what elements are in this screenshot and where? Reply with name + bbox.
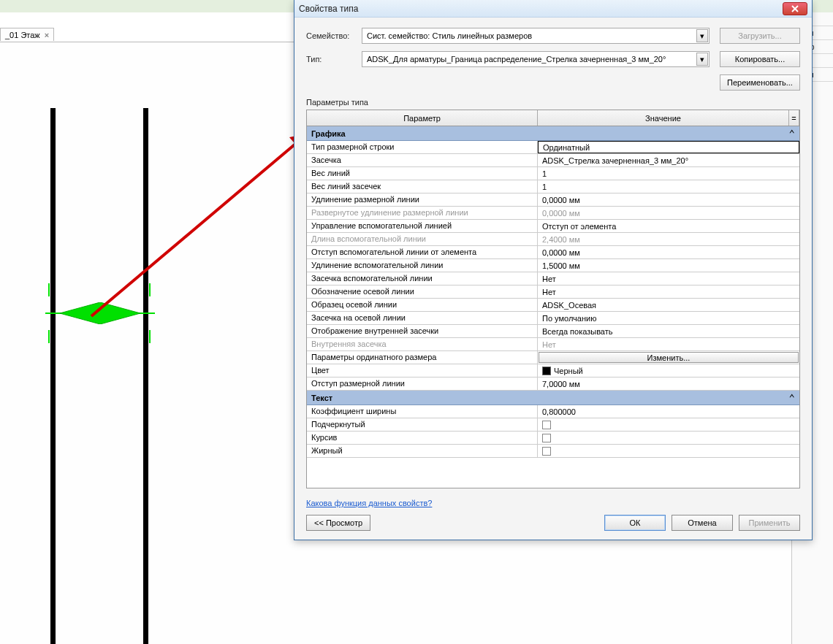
help-link[interactable]: Какова функция данных свойств? xyxy=(306,499,800,507)
param-row[interactable]: ЗасечкаADSK_Стрелка зачерненная_3 мм_20° xyxy=(307,154,799,167)
close-button[interactable] xyxy=(783,2,807,15)
param-name: Засечка xyxy=(307,154,538,166)
family-combo[interactable]: Сист. семейство: Стиль линейных размеров… xyxy=(362,28,710,44)
color-swatch xyxy=(542,367,551,375)
rename-button[interactable]: Переименовать... xyxy=(720,74,800,91)
param-row[interactable]: Длина вспомогательной линии2,4000 мм xyxy=(307,233,799,246)
param-value[interactable]: Ординатный xyxy=(538,141,799,153)
parameters-grid: Параметр Значение = Графика⌃Тип размерно… xyxy=(306,110,800,488)
param-row[interactable]: Цвет Черный xyxy=(307,364,799,377)
chevron-down-icon[interactable]: ▾ xyxy=(696,53,708,66)
param-row[interactable]: Удлинение вспомогательной линии1,5000 мм xyxy=(307,259,799,272)
param-name: Коэффициент ширины xyxy=(307,405,538,418)
header-value[interactable]: Значение xyxy=(538,110,789,126)
preview-button[interactable]: << Просмотр xyxy=(306,515,370,531)
param-value[interactable]: Изменить... xyxy=(538,351,799,364)
param-value[interactable]: 1 xyxy=(538,180,799,193)
group-header[interactable]: Графика⌃ xyxy=(307,126,799,141)
param-value[interactable]: ADSK_Осевая xyxy=(538,299,799,311)
param-row[interactable]: Удлинение размерной линии0,0000 мм xyxy=(307,193,799,207)
param-row[interactable]: Подчеркнутый xyxy=(307,418,799,432)
param-value[interactable]: ADSK_Стрелка зачерненная_3 мм_20° xyxy=(538,154,799,166)
param-name: Образец осевой линии xyxy=(307,299,538,311)
title-bar[interactable]: Свойства типа xyxy=(294,0,812,18)
param-value[interactable]: По умолчанию xyxy=(538,312,799,324)
param-row[interactable]: Жирный xyxy=(307,445,799,458)
param-row[interactable]: Тип размерной строкиОрдинатный xyxy=(307,141,799,154)
param-value[interactable]: 7,0000 мм xyxy=(538,377,799,390)
param-value[interactable]: 1,5000 мм xyxy=(538,259,799,272)
header-param[interactable]: Параметр xyxy=(307,110,538,126)
param-row[interactable]: Отступ размерной линии7,0000 мм xyxy=(307,377,799,391)
param-name: Управление вспомогательной линией xyxy=(307,220,538,232)
chevron-down-icon[interactable]: ▾ xyxy=(696,29,708,42)
param-row[interactable]: Развернутое удлинение размерной линии0,0… xyxy=(307,207,799,220)
param-value[interactable]: 0,0000 мм xyxy=(538,193,799,206)
param-name: Цвет xyxy=(307,364,538,377)
type-label: Тип: xyxy=(306,55,357,64)
checkbox[interactable] xyxy=(542,434,551,442)
param-value[interactable]: 0,800000 xyxy=(538,405,799,418)
param-name: Подчеркнутый xyxy=(307,418,538,431)
param-value[interactable] xyxy=(538,418,799,431)
cancel-button[interactable]: Отмена xyxy=(672,515,733,531)
param-row[interactable]: Образец осевой линииADSK_Осевая xyxy=(307,299,799,312)
copy-button[interactable]: Копировать... xyxy=(720,51,800,67)
param-name: Удлинение вспомогательной линии xyxy=(307,259,538,272)
view-tab[interactable]: _01 Этаж × xyxy=(0,28,54,41)
annotation-arrow xyxy=(88,130,314,320)
param-name: Внутренняя засечка xyxy=(307,338,538,350)
param-value[interactable]: Нет xyxy=(538,338,799,350)
param-name: Курсив xyxy=(307,432,538,444)
apply-button[interactable]: Применить xyxy=(739,515,800,531)
param-row[interactable]: Курсив xyxy=(307,432,799,445)
param-name: Развернутое удлинение размерной линии xyxy=(307,207,538,219)
param-value[interactable]: 2,4000 мм xyxy=(538,233,799,245)
param-row[interactable]: Внутренняя засечкаНет xyxy=(307,338,799,351)
param-name: Тип размерной строки xyxy=(307,141,538,153)
param-name: Длина вспомогательной линии xyxy=(307,233,538,245)
param-name: Отступ размерной линии xyxy=(307,377,538,390)
group-header[interactable]: Текст⌃ xyxy=(307,391,799,405)
svg-line-1 xyxy=(91,137,303,316)
param-value[interactable] xyxy=(538,445,799,457)
param-row[interactable]: Обозначение осевой линииНет xyxy=(307,285,799,299)
param-row[interactable]: Отступ вспомогательной линии от элемента… xyxy=(307,246,799,259)
edit-button[interactable]: Изменить... xyxy=(539,352,799,363)
header-eq[interactable]: = xyxy=(789,110,799,126)
param-value[interactable]: 0,0000 мм xyxy=(538,207,799,219)
section-label: Параметры типа xyxy=(306,98,800,107)
view-tab-label: _01 Этаж xyxy=(5,31,40,39)
type-combo[interactable]: ADSK_Для арматуры_Граница распределение_… xyxy=(362,51,710,67)
param-row[interactable]: Засечка вспомогательной линииНет xyxy=(307,272,799,285)
param-name: Вес линий засечек xyxy=(307,180,538,193)
param-row[interactable]: Отображение внутренней засечкиВсегда пок… xyxy=(307,325,799,338)
collapse-icon[interactable]: ⌃ xyxy=(789,128,795,139)
param-row[interactable]: Управление вспомогательной линиейОтступ … xyxy=(307,220,799,233)
load-button: Загрузить... xyxy=(720,28,800,44)
param-value[interactable] xyxy=(538,432,799,444)
param-name: Жирный xyxy=(307,445,538,457)
param-row[interactable]: Вес линий1 xyxy=(307,167,799,180)
param-value[interactable]: Нет xyxy=(538,285,799,298)
checkbox[interactable] xyxy=(542,447,551,456)
collapse-icon[interactable]: ⌃ xyxy=(789,392,795,404)
param-value[interactable]: Отступ от элемента xyxy=(538,220,799,232)
param-value[interactable]: Нет xyxy=(538,272,799,285)
param-value[interactable]: Черный xyxy=(538,364,799,377)
param-row[interactable]: Вес линий засечек1 xyxy=(307,180,799,193)
family-label: Семейство: xyxy=(306,31,357,40)
param-row[interactable]: Коэффициент ширины0,800000 xyxy=(307,405,799,418)
param-row[interactable]: Параметры ординатного размераИзменить... xyxy=(307,351,799,364)
checkbox[interactable] xyxy=(542,421,551,429)
type-properties-dialog: Свойства типа Семейство: Сист. семейство… xyxy=(294,0,813,540)
param-name: Засечка на осевой линии xyxy=(307,312,538,324)
param-name: Засечка вспомогательной линии xyxy=(307,272,538,285)
ok-button[interactable]: ОК xyxy=(604,515,666,531)
param-value[interactable]: 0,0000 мм xyxy=(538,246,799,258)
param-value[interactable]: 1 xyxy=(538,167,799,180)
param-row[interactable]: Засечка на осевой линииПо умолчанию xyxy=(307,312,799,325)
close-icon[interactable]: × xyxy=(45,31,49,39)
param-name: Параметры ординатного размера xyxy=(307,351,538,364)
param-value[interactable]: Всегда показывать xyxy=(538,325,799,337)
